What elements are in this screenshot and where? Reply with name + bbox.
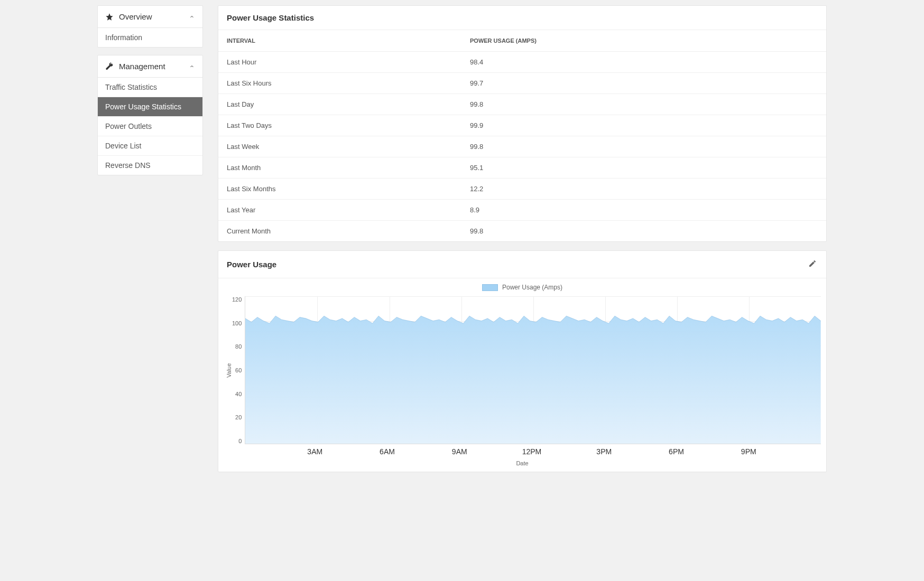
table-row: Last Hour98.4 xyxy=(218,52,826,73)
x-axis-ticks: 3AM6AM9AM12PM3PM6PM9PM xyxy=(243,447,821,456)
x-tick: 6PM xyxy=(669,447,684,456)
chart-card-header: Power Usage xyxy=(218,251,826,278)
y-tick: 0 xyxy=(232,438,242,444)
cell-interval: Last Six Months xyxy=(218,179,461,200)
cell-interval: Last Month xyxy=(218,157,461,179)
x-tick: 3AM xyxy=(307,447,322,456)
y-axis-label: Value xyxy=(224,296,232,444)
sidebar-title-management: Management xyxy=(119,62,165,71)
cell-usage: 99.8 xyxy=(461,136,826,157)
table-row: Last Year8.9 xyxy=(218,200,826,221)
sidebar-item-label: Power Outlets xyxy=(105,122,152,130)
sidebar-panel-management: Management Traffic Statistics Power Usag… xyxy=(97,55,203,175)
pencil-icon xyxy=(808,259,817,268)
chevron-up-icon xyxy=(189,63,195,70)
sidebar-item-label: Information xyxy=(105,33,142,42)
stats-table: INTERVAL POWER USAGE (AMPS) Last Hour98.… xyxy=(218,30,826,241)
x-tick: 6AM xyxy=(380,447,395,456)
sidebar-item-information[interactable]: Information xyxy=(98,28,202,47)
x-tick: 9PM xyxy=(741,447,756,456)
cell-usage: 8.9 xyxy=(461,200,826,221)
sidebar-header-management[interactable]: Management xyxy=(98,55,202,78)
legend-swatch xyxy=(482,284,498,291)
cell-interval: Last Hour xyxy=(218,52,461,73)
chart-card-title: Power Usage xyxy=(227,260,276,269)
stats-card-header: Power Usage Statistics xyxy=(218,6,826,30)
table-row: Last Two Days99.9 xyxy=(218,115,826,136)
col-usage: POWER USAGE (AMPS) xyxy=(461,30,826,52)
y-tick: 100 xyxy=(232,320,242,326)
y-tick: 40 xyxy=(232,391,242,397)
sidebar-item-label: Power Usage Statistics xyxy=(105,102,181,111)
x-tick: 9AM xyxy=(452,447,467,456)
edit-chart-button[interactable] xyxy=(807,258,818,270)
sidebar-item-device-list[interactable]: Device List xyxy=(98,136,202,156)
cell-interval: Current Month xyxy=(218,221,461,242)
chart-area: Value 120100806040200 xyxy=(224,296,821,444)
sidebar-item-label: Reverse DNS xyxy=(105,161,151,170)
y-tick: 20 xyxy=(232,414,242,420)
sidebar-item-reverse-dns[interactable]: Reverse DNS xyxy=(98,156,202,175)
col-interval: INTERVAL xyxy=(218,30,461,52)
sidebar-item-traffic-statistics[interactable]: Traffic Statistics xyxy=(98,78,202,97)
sidebar-item-label: Traffic Statistics xyxy=(105,83,157,91)
table-row: Last Week99.8 xyxy=(218,136,826,157)
table-row: Last Six Hours99.7 xyxy=(218,73,826,94)
y-tick: 80 xyxy=(232,343,242,350)
chevron-up-icon xyxy=(189,14,195,20)
legend-label: Power Usage (Amps) xyxy=(502,284,562,291)
table-row: Current Month99.8 xyxy=(218,221,826,242)
x-axis-label: Date xyxy=(224,456,821,466)
sidebar-header-overview[interactable]: Overview xyxy=(98,6,202,28)
y-tick: 60 xyxy=(232,367,242,373)
cell-interval: Last Six Hours xyxy=(218,73,461,94)
table-row: Last Month95.1 xyxy=(218,157,826,179)
cell-usage: 99.8 xyxy=(461,221,826,242)
stats-card: Power Usage Statistics INTERVAL POWER US… xyxy=(218,5,827,242)
sidebar-panel-overview: Overview Information xyxy=(97,5,203,48)
table-row: Last Day99.8 xyxy=(218,94,826,115)
cell-usage: 98.4 xyxy=(461,52,826,73)
sidebar-title-overview: Overview xyxy=(119,12,152,21)
sidebar-item-power-usage-statistics[interactable]: Power Usage Statistics xyxy=(98,97,202,117)
cell-usage: 12.2 xyxy=(461,179,826,200)
cell-interval: Last Two Days xyxy=(218,115,461,136)
star-icon xyxy=(105,13,114,21)
chart-card: Power Usage Power Usage (Amps) Value 120… xyxy=(218,250,827,472)
x-tick: 12PM xyxy=(522,447,542,456)
wrench-icon xyxy=(105,62,114,71)
y-tick: 120 xyxy=(232,296,242,303)
sidebar: Overview Information Management Traffic … xyxy=(97,5,203,481)
sidebar-item-label: Device List xyxy=(105,142,141,150)
cell-usage: 95.1 xyxy=(461,157,826,179)
x-tick: 3PM xyxy=(596,447,612,456)
table-row: Last Six Months12.2 xyxy=(218,179,826,200)
cell-usage: 99.9 xyxy=(461,115,826,136)
chart-plot[interactable] xyxy=(245,296,821,444)
cell-interval: Last Day xyxy=(218,94,461,115)
cell-usage: 99.8 xyxy=(461,94,826,115)
sidebar-item-power-outlets[interactable]: Power Outlets xyxy=(98,117,202,136)
y-axis-ticks: 120100806040200 xyxy=(232,296,245,444)
cell-interval: Last Year xyxy=(218,200,461,221)
chart-legend: Power Usage (Amps) xyxy=(224,282,821,296)
main-content: Power Usage Statistics INTERVAL POWER US… xyxy=(218,5,827,481)
chart-body: Power Usage (Amps) Value 120100806040200… xyxy=(218,278,826,472)
cell-interval: Last Week xyxy=(218,136,461,157)
stats-card-title: Power Usage Statistics xyxy=(227,13,314,22)
cell-usage: 99.7 xyxy=(461,73,826,94)
